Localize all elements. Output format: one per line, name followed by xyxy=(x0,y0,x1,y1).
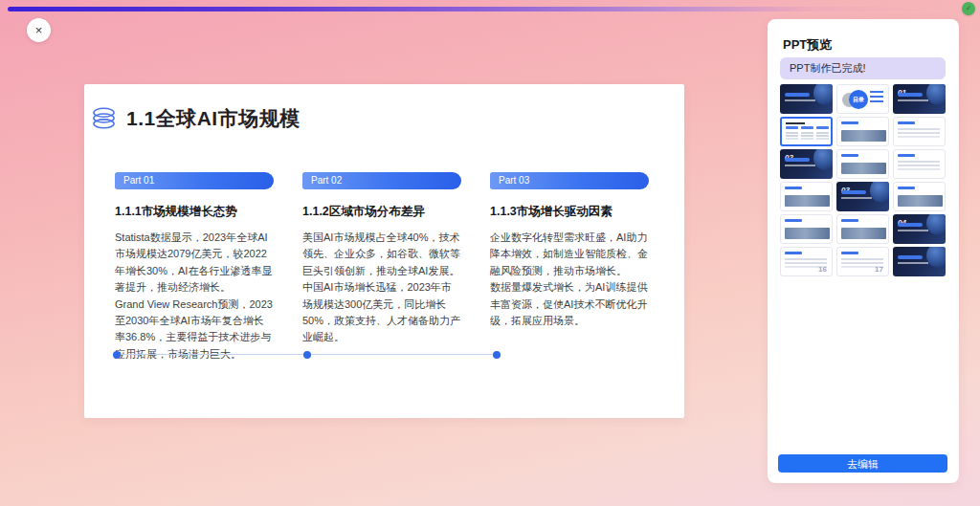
thumbnail-bar xyxy=(786,126,798,129)
slide-thumbnail[interactable]: 目录 xyxy=(836,84,889,114)
column-body-3: 企业数字化转型需求旺盛，AI助力降本增效，如制造业智能质检、金融风险预测，推动市… xyxy=(490,230,649,329)
slide-thumbnail[interactable]: 17 xyxy=(836,247,889,276)
part-banner-1: Part 01 xyxy=(115,172,274,189)
slide-thumbnail[interactable] xyxy=(893,182,946,211)
thumbnail-textline xyxy=(841,258,883,260)
thumbnail-bar xyxy=(841,252,858,254)
column-heading-2: 1.1.2区域市场分布差异 xyxy=(302,204,461,220)
thumbnail-bar xyxy=(801,126,813,129)
thumbnail-bar xyxy=(898,255,923,259)
thumbnail-textline xyxy=(898,262,928,264)
thumbnail-textline xyxy=(816,132,829,134)
slide-thumbnail[interactable] xyxy=(836,117,889,146)
thumbnail-textline xyxy=(786,132,798,134)
go-edit-button[interactable]: 去编辑 xyxy=(778,454,947,473)
slide-thumbnail[interactable]: 01 xyxy=(893,84,946,114)
slide-title: 1.1全球AI市场规模 xyxy=(126,105,301,132)
thumbnail-textline xyxy=(898,161,940,163)
slide-thumbnail[interactable]: 02 xyxy=(780,149,833,179)
timeline-dot xyxy=(113,351,121,359)
thumbnail-textline xyxy=(785,99,815,101)
thumbnail-bar xyxy=(841,190,866,194)
database-icon xyxy=(91,105,117,132)
thumbnail-photo xyxy=(785,195,830,207)
paragraph: Statista数据显示，2023年全球AI市场规模达2079亿美元，较2022… xyxy=(115,230,274,297)
thumbnail-bar xyxy=(841,121,858,124)
thumbnail-bar xyxy=(841,154,858,157)
ppt-status-message: PPT制作已完成! xyxy=(780,57,946,79)
timeline-dot xyxy=(493,351,501,359)
part-banner-3: Part 03 xyxy=(490,172,649,189)
thumbnail-bar xyxy=(898,223,923,227)
thumbnail-textline xyxy=(785,258,827,260)
app-stage: ✓ × 1.1全球AI市场规模 Part 01 1.1.1市场规模增长态势 St… xyxy=(0,0,980,506)
slide-thumbnail[interactable]: 03 xyxy=(836,182,889,211)
thumbnail-bar xyxy=(785,252,802,254)
slide-thumbnail[interactable] xyxy=(780,214,833,244)
slide-thumbnail-grid: 目录010203041617 xyxy=(780,84,947,276)
paragraph: 中国AI市场增长迅猛，2023年市场规模达300亿美元，同比增长50%，政策支持… xyxy=(302,279,461,346)
slide-header: 1.1全球AI市场规模 xyxy=(91,105,301,132)
slide-thumbnail[interactable] xyxy=(893,149,946,179)
slide-column-1: Part 01 1.1.1市场规模增长态势 Statista数据显示，2023年… xyxy=(115,172,274,363)
status-dot-icon[interactable]: ✓ xyxy=(962,2,975,15)
top-progress-bar xyxy=(8,7,955,11)
toc-list-lines xyxy=(870,91,883,93)
toc-blue-circle: 目录 xyxy=(849,90,868,109)
part-banner-2: Part 02 xyxy=(302,172,461,189)
thumbnail-bar xyxy=(785,93,810,97)
thumbnail-textline xyxy=(801,132,813,134)
thumbnail-photo xyxy=(898,195,943,207)
slide-thumbnail[interactable] xyxy=(893,247,946,276)
ppt-preview-panel: PPT预览 PPT制作已完成! 目录010203041617 去编辑 xyxy=(768,19,959,483)
slide-thumbnail[interactable]: 16 xyxy=(780,247,833,276)
slide-thumbnail[interactable] xyxy=(836,214,889,244)
slide-thumbnail[interactable] xyxy=(780,182,833,211)
thumbnail-number: 17 xyxy=(875,265,883,274)
close-button[interactable]: × xyxy=(27,18,51,42)
thumbnail-bar xyxy=(785,158,810,162)
slide-timeline xyxy=(117,351,497,359)
column-body-1: Statista数据显示，2023年全球AI市场规模达2079亿美元，较2022… xyxy=(115,230,274,363)
thumbnail-photo xyxy=(841,130,886,142)
paragraph: 数据量爆发式增长，为AI训练提供丰富资源，促使AI技术不断优化升级，拓展应用场景… xyxy=(490,279,649,329)
column-body-2: 美国AI市场规模占全球40%，技术领先、企业众多，如谷歌、微软等巨头引领创新，推… xyxy=(302,230,461,346)
thumbnail-textline xyxy=(898,230,928,231)
earth-graphic xyxy=(813,149,833,170)
slide-thumbnail[interactable]: 04 xyxy=(893,214,946,244)
paragraph: 企业数字化转型需求旺盛，AI助力降本增效，如制造业智能质检、金融风险预测，推动市… xyxy=(490,230,649,279)
timeline-dot xyxy=(303,351,311,359)
thumbnail-title-line xyxy=(786,122,805,124)
ppt-preview-title: PPT预览 xyxy=(783,36,832,54)
thumbnail-photo xyxy=(785,228,830,239)
thumbnail-bar xyxy=(785,219,802,222)
slide-column-3: Part 03 1.1.3市场增长驱动因素 企业数字化转型需求旺盛，AI助力降本… xyxy=(490,172,649,363)
earth-graphic xyxy=(926,214,946,235)
thumbnail-photo xyxy=(841,228,886,239)
close-icon: × xyxy=(35,23,43,37)
thumbnail-photo xyxy=(841,163,886,174)
thumbnail-bar xyxy=(785,187,802,189)
thumbnail-bar xyxy=(898,121,915,124)
thumbnail-textline xyxy=(898,99,928,101)
thumbnail-bar xyxy=(898,154,915,157)
slide-thumbnail[interactable] xyxy=(780,117,833,146)
column-heading-1: 1.1.1市场规模增长态势 xyxy=(115,204,274,220)
thumbnail-textline xyxy=(898,128,940,130)
column-heading-3: 1.1.3市场增长驱动因素 xyxy=(490,204,649,220)
earth-graphic xyxy=(926,84,946,105)
thumbnail-bar xyxy=(898,187,915,189)
thumbnail-textline xyxy=(841,197,872,199)
paragraph: 美国AI市场规模占全球40%，技术领先、企业众多，如谷歌、微软等巨头引领创新，推… xyxy=(302,230,461,279)
thumbnail-bar xyxy=(841,219,858,222)
slide-thumbnail[interactable] xyxy=(893,117,946,146)
slide-thumbnail[interactable] xyxy=(780,84,833,114)
thumbnail-textline xyxy=(785,165,815,166)
earth-graphic xyxy=(870,182,889,203)
thumbnail-number: 16 xyxy=(818,265,827,274)
slide-thumbnail[interactable] xyxy=(836,149,889,179)
thumbnail-bar xyxy=(816,126,829,129)
slide-column-2: Part 02 1.1.2区域市场分布差异 美国AI市场规模占全球40%，技术领… xyxy=(302,172,461,363)
slide-columns: Part 01 1.1.1市场规模增长态势 Statista数据显示，2023年… xyxy=(115,172,654,363)
earth-graphic xyxy=(813,84,833,105)
